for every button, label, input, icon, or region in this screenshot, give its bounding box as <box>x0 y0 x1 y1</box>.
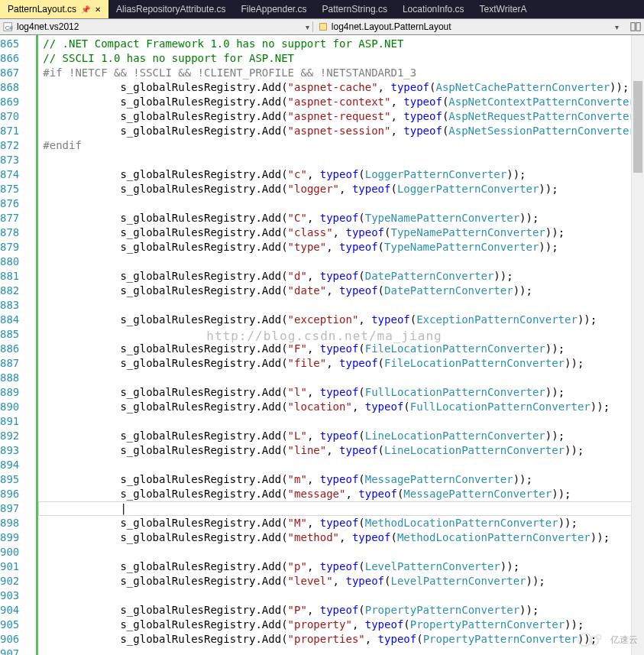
code-line[interactable]: s_globalRulesRegistry.Add("exception", t… <box>38 313 644 327</box>
pin-icon[interactable]: 📌 <box>81 5 90 14</box>
code-line[interactable]: s_globalRulesRegistry.Add("m", typeof(Me… <box>38 472 644 487</box>
line-number: 893 <box>0 443 37 458</box>
code-line[interactable] <box>38 589 644 603</box>
navigation-bar: C# log4net.vs2012 ▾ log4net.Layout.Patte… <box>0 18 644 35</box>
line-number: 874 <box>0 167 37 182</box>
code-line[interactable]: s_globalRulesRegistry.Add("M", typeof(Me… <box>38 516 644 530</box>
line-number: 889 <box>0 385 37 400</box>
code-editor[interactable]: 8658668678688698708718728738748758768778… <box>0 35 644 655</box>
svg-text:C#: C# <box>5 24 14 31</box>
line-number: 875 <box>0 182 37 196</box>
code-line[interactable]: s_globalRulesRegistry.Add("aspnet-reques… <box>38 109 644 124</box>
code-line[interactable]: s_globalRulesRegistry.Add("aspnet-sessio… <box>38 124 644 138</box>
code-line[interactable] <box>38 371 644 385</box>
code-line[interactable]: s_globalRulesRegistry.Add("file", typeof… <box>38 356 644 371</box>
code-line[interactable] <box>38 414 644 429</box>
chevron-down-icon[interactable]: ▾ <box>615 23 619 31</box>
nav-right-member[interactable]: log4net.Layout.PatternLayout ▾ <box>312 21 619 32</box>
csharp-file-icon: C# <box>3 21 14 32</box>
line-number: 907 <box>0 647 37 655</box>
code-line[interactable]: s_globalRulesRegistry.Add("method", type… <box>38 530 644 545</box>
line-number: 869 <box>0 95 37 109</box>
tab-locationinfo-cs[interactable]: LocationInfo.cs <box>395 0 472 18</box>
svg-rect-3 <box>631 23 635 31</box>
code-line[interactable] <box>38 458 644 472</box>
code-line[interactable] <box>38 196 644 211</box>
split-window-icon[interactable] <box>630 21 641 32</box>
change-margin <box>36 35 38 655</box>
code-line[interactable]: s_globalRulesRegistry.Add("line", typeof… <box>38 443 644 458</box>
line-number: 888 <box>0 371 37 385</box>
line-number: 884 <box>0 313 37 327</box>
tab-patternlayout-cs[interactable]: PatternLayout.cs📌✕ <box>0 0 108 18</box>
line-number: 896 <box>0 487 37 501</box>
code-line[interactable] <box>38 298 644 313</box>
line-number: 898 <box>0 516 37 530</box>
code-line[interactable]: s_globalRulesRegistry.Add("P", typeof(Pr… <box>38 603 644 618</box>
code-line[interactable]: s_globalRulesRegistry.Add("properties", … <box>38 632 644 647</box>
line-number: 900 <box>0 545 37 559</box>
line-number: 890 <box>0 400 37 414</box>
code-line[interactable]: s_globalRulesRegistry.Add("property", ty… <box>38 618 644 632</box>
svg-rect-4 <box>636 23 640 31</box>
code-line[interactable]: s_globalRulesRegistry.Add("F", typeof(Fi… <box>38 342 644 356</box>
code-line[interactable] <box>38 545 644 559</box>
code-line[interactable]: s_globalRulesRegistry.Add("message", typ… <box>38 487 644 501</box>
tab-fileappender-cs[interactable]: FileAppender.cs <box>233 0 314 18</box>
line-number: 868 <box>0 80 37 95</box>
line-number: 902 <box>0 574 37 589</box>
code-line[interactable] <box>38 255 644 269</box>
code-line[interactable]: | <box>38 501 644 516</box>
code-line[interactable] <box>38 153 644 167</box>
line-number: 867 <box>0 66 37 80</box>
line-number: 879 <box>0 240 37 255</box>
code-line[interactable]: s_globalRulesRegistry.Add("level", typeo… <box>38 574 644 589</box>
code-line[interactable]: s_globalRulesRegistry.Add("d", typeof(Da… <box>38 269 644 284</box>
code-line[interactable]: s_globalRulesRegistry.Add("type", typeof… <box>38 240 644 255</box>
code-line[interactable]: // SSCLI 1.0 has no support for ASP.NET <box>38 51 644 66</box>
line-number: 876 <box>0 196 37 211</box>
tab-patternstring-cs[interactable]: PatternString.cs <box>315 0 395 18</box>
code-line[interactable]: s_globalRulesRegistry.Add("C", typeof(Ty… <box>38 211 644 225</box>
nav-left-scope[interactable]: C# log4net.vs2012 ▾ <box>3 21 309 32</box>
line-number: 894 <box>0 458 37 472</box>
tab-label: LocationInfo.cs <box>403 4 464 15</box>
code-area[interactable]: http://blog.csdn.net/ma_jiang // .NET Co… <box>38 35 644 655</box>
line-number: 886 <box>0 342 37 356</box>
scrollbar-thumb[interactable] <box>633 81 642 173</box>
line-number: 871 <box>0 124 37 138</box>
tab-textwritera[interactable]: TextWriterA <box>472 0 535 18</box>
code-line[interactable]: s_globalRulesRegistry.Add("l", typeof(Fu… <box>38 385 644 400</box>
vertical-scrollbar[interactable] <box>631 35 644 655</box>
line-number: 866 <box>0 51 37 66</box>
chevron-down-icon[interactable]: ▾ <box>306 23 309 31</box>
tab-strip: PatternLayout.cs📌✕AliasRepositoryAttribu… <box>0 0 644 18</box>
line-number: 882 <box>0 284 37 298</box>
close-icon[interactable]: ✕ <box>95 5 101 14</box>
code-line[interactable] <box>38 327 644 342</box>
code-line[interactable]: s_globalRulesRegistry.Add("date", typeof… <box>38 284 644 298</box>
code-line[interactable]: s_globalRulesRegistry.Add("c", typeof(Lo… <box>38 167 644 182</box>
code-line[interactable]: s_globalRulesRegistry.Add("aspnet-contex… <box>38 95 644 109</box>
code-line[interactable]: s_globalRulesRegistry.Add("L", typeof(Li… <box>38 429 644 443</box>
nav-left-text: log4net.vs2012 <box>17 21 79 32</box>
code-line[interactable]: s_globalRulesRegistry.Add("logger", type… <box>38 182 644 196</box>
line-number: 880 <box>0 255 37 269</box>
code-line[interactable]: s_globalRulesRegistry.Add("aspnet-cache"… <box>38 80 644 95</box>
code-line[interactable]: #if !NETCF && !SSCLI && !CLIENT_PROFILE … <box>38 66 644 80</box>
line-number: 903 <box>0 589 37 603</box>
line-number: 883 <box>0 298 37 313</box>
line-number: 904 <box>0 603 37 618</box>
line-number: 887 <box>0 356 37 371</box>
code-line[interactable]: // .NET Compact Framework 1.0 has no sup… <box>38 37 644 51</box>
line-number: 892 <box>0 429 37 443</box>
line-number: 899 <box>0 530 37 545</box>
code-line[interactable]: s_globalRulesRegistry.Add("location", ty… <box>38 400 644 414</box>
code-line[interactable]: s_globalRulesRegistry.Add("class", typeo… <box>38 225 644 240</box>
tab-label: FileAppender.cs <box>241 4 306 15</box>
code-line[interactable]: s_globalRulesRegistry.Add("p", typeof(Le… <box>38 559 644 574</box>
line-number: 877 <box>0 211 37 225</box>
line-number: 870 <box>0 109 37 124</box>
tab-aliasrepositoryattribute-cs[interactable]: AliasRepositoryAttribute.cs <box>108 0 233 18</box>
code-line[interactable]: #endif <box>38 138 644 153</box>
